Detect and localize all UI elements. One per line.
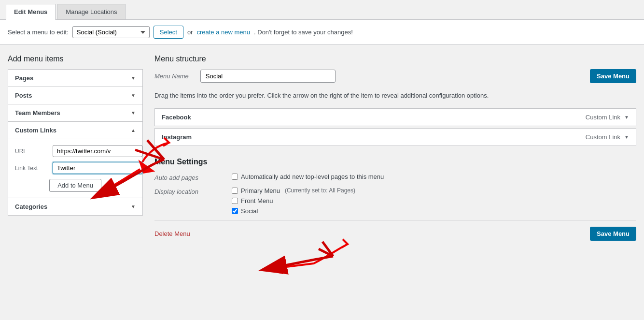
- facebook-type-label: Custom Link: [586, 114, 620, 121]
- chevron-down-icon[interactable]: ▼: [624, 134, 629, 140]
- menu-item-facebook-right: Custom Link ▼: [586, 114, 629, 121]
- menu-name-row: Menu Name Save Menu: [154, 69, 636, 83]
- instagram-type-label: Custom Link: [586, 133, 620, 141]
- menu-select[interactable]: Social (Social) Primary Menu Front Menu: [72, 26, 150, 38]
- menu-item-instagram-name: Instagram: [162, 133, 192, 141]
- menu-item-facebook-name: Facebook: [162, 114, 191, 121]
- accordion-custom-links-label: Custom Links: [15, 127, 56, 134]
- accordion-pages: Pages ▼: [8, 69, 143, 87]
- tab-manage-locations[interactable]: Manage Locations: [57, 4, 125, 19]
- primary-menu-label: Primary Menu: [241, 187, 280, 194]
- chevron-down-icon[interactable]: ▼: [624, 115, 629, 120]
- display-location-options: Primary Menu (Currently set to: All Page…: [232, 187, 355, 215]
- delete-menu-link[interactable]: Delete Menu: [154, 230, 190, 237]
- currently-set-note: (Currently set to: All Pages): [285, 187, 355, 194]
- link-text-input[interactable]: [53, 162, 142, 174]
- social-label: Social: [241, 207, 258, 215]
- url-input[interactable]: [53, 145, 142, 157]
- primary-menu-checkbox[interactable]: [232, 188, 238, 194]
- url-row: URL: [15, 145, 136, 157]
- auto-add-options: Automatically add new top-level pages to…: [232, 173, 384, 180]
- save-reminder: . Don't forget to save your changes!: [254, 29, 353, 36]
- accordion-team-members: Team Members ▼: [8, 104, 143, 122]
- main-content: Add menu items Pages ▼ Posts ▼ Team Memb…: [0, 45, 644, 250]
- select-menu-label: Select a menu to edit:: [8, 29, 69, 36]
- tab-edit-menus[interactable]: Edit Menus: [6, 4, 56, 20]
- create-new-menu-link[interactable]: create a new menu: [196, 29, 250, 36]
- accordion-team-members-label: Team Members: [15, 109, 60, 116]
- link-text-label: Link Text: [15, 165, 49, 172]
- social-checkbox[interactable]: [232, 208, 238, 214]
- chevron-down-icon: ▼: [131, 204, 136, 209]
- menu-name-label: Menu Name: [154, 73, 189, 80]
- accordion-posts: Posts ▼: [8, 87, 143, 104]
- tabs-bar: Edit Menus Manage Locations: [0, 0, 644, 20]
- location-social[interactable]: Social: [232, 207, 355, 215]
- menu-item-instagram: Instagram Custom Link ▼: [154, 128, 636, 146]
- menu-structure-title: Menu structure: [154, 55, 636, 63]
- left-panel: Add menu items Pages ▼ Posts ▼ Team Memb…: [8, 55, 143, 216]
- custom-links-body: URL Link Text Add to Menu: [8, 139, 142, 198]
- display-location-label: Display location: [154, 187, 232, 195]
- location-front-menu[interactable]: Front Menu: [232, 197, 355, 204]
- url-label: URL: [15, 148, 49, 155]
- auto-add-pages-row: Auto add pages Automatically add new top…: [154, 173, 636, 181]
- display-location-row: Display location Primary Menu (Currently…: [154, 187, 636, 215]
- menu-name-input[interactable]: [200, 70, 336, 83]
- auto-add-label: Auto add pages: [154, 173, 232, 181]
- accordion-pages-label: Pages: [15, 74, 33, 82]
- or-text: or: [187, 29, 193, 36]
- auto-add-option[interactable]: Automatically add new top-level pages to…: [232, 173, 384, 180]
- add-menu-items-title: Add menu items: [8, 55, 143, 63]
- auto-add-checkbox[interactable]: [232, 174, 238, 180]
- accordion-posts-label: Posts: [15, 92, 32, 99]
- menu-item-instagram-right: Custom Link ▼: [586, 133, 629, 141]
- select-button[interactable]: Select: [154, 26, 183, 39]
- chevron-up-icon: ▲: [131, 128, 136, 133]
- menu-structure: Menu Name Save Menu Drag the items into …: [154, 69, 636, 146]
- link-text-row: Link Text: [15, 162, 136, 174]
- menu-settings-title: Menu Settings: [154, 158, 636, 166]
- accordion-categories-header[interactable]: Categories ▼: [8, 198, 142, 215]
- accordion-categories-label: Categories: [15, 203, 47, 210]
- select-bar: Select a menu to edit: Social (Social) P…: [0, 20, 644, 45]
- location-primary-menu[interactable]: Primary Menu (Currently set to: All Page…: [232, 187, 355, 194]
- accordion-posts-header[interactable]: Posts ▼: [8, 87, 142, 104]
- front-menu-checkbox[interactable]: [232, 198, 238, 204]
- accordion-pages-header[interactable]: Pages ▼: [8, 70, 142, 87]
- chevron-down-icon: ▼: [131, 75, 136, 81]
- accordion-team-members-header[interactable]: Team Members ▼: [8, 104, 142, 121]
- drag-hint: Drag the items into the order you prefer…: [154, 91, 636, 101]
- accordion-custom-links: Custom Links ▲ URL Link Text Add to Menu: [8, 122, 143, 198]
- chevron-down-icon: ▼: [131, 93, 136, 98]
- menu-settings: Menu Settings Auto add pages Automatical…: [154, 158, 636, 241]
- chevron-down-icon: ▼: [131, 110, 136, 116]
- front-menu-label: Front Menu: [241, 197, 273, 204]
- accordion-custom-links-header[interactable]: Custom Links ▲: [8, 122, 142, 139]
- save-menu-button-bottom[interactable]: Save Menu: [590, 227, 636, 241]
- menu-items-list: Facebook Custom Link ▼ Instagram Custom …: [154, 108, 636, 146]
- right-panel: Menu structure Menu Name Save Menu Drag …: [154, 55, 636, 241]
- footer-row: Delete Menu Save Menu: [154, 220, 636, 241]
- add-to-menu-button[interactable]: Add to Menu: [49, 179, 101, 192]
- save-menu-button-top[interactable]: Save Menu: [590, 69, 636, 83]
- accordion-categories: Categories ▼: [8, 198, 143, 216]
- auto-add-text: Automatically add new top-level pages to…: [241, 173, 384, 180]
- menu-item-facebook: Facebook Custom Link ▼: [154, 108, 636, 126]
